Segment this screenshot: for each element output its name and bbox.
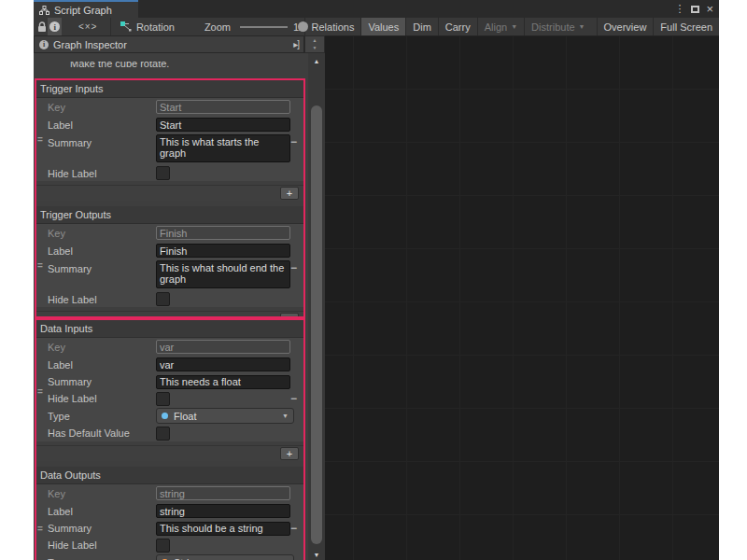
info-icon: i	[39, 40, 49, 49]
scroll-down-icon[interactable]: ▼	[308, 552, 325, 558]
lock-icon[interactable]	[35, 18, 48, 35]
add-item-button[interactable]: +	[280, 447, 299, 460]
overview-button[interactable]: Overview	[597, 18, 654, 35]
label-input[interactable]	[156, 357, 290, 371]
key-input	[156, 100, 290, 114]
scroll-up-icon[interactable]: ▲	[308, 53, 325, 68]
graph-inspector-header: i Graph Inspector ▸]	[34, 35, 304, 53]
graph-icon	[39, 6, 49, 15]
hide-label-checkbox[interactable]	[156, 539, 170, 553]
drag-handle[interactable]: =	[37, 260, 43, 271]
values-button[interactable]: Values	[360, 18, 405, 35]
chevron-down-icon: ▼	[579, 23, 585, 30]
distribute-dropdown-button[interactable]: Distribute ▼	[524, 18, 591, 35]
remove-item-button[interactable]: −	[290, 522, 297, 535]
remove-item-button[interactable]: −	[290, 261, 297, 274]
code-preview-icon[interactable]: <×>	[77, 18, 99, 35]
inspector-toggle-button[interactable]: i	[48, 18, 62, 35]
hide-label-checkbox[interactable]	[156, 392, 170, 406]
label-input[interactable]	[156, 504, 290, 518]
section-header-data-outputs: Data Outputs	[36, 467, 303, 484]
carry-button[interactable]: Carry	[438, 18, 477, 35]
toolbar-toggle-group: Relations Values Dim Carry Align ▼ Distr…	[304, 18, 719, 35]
scrollbar-thumb[interactable]	[311, 105, 322, 544]
field-row-summary: = Summary	[36, 373, 303, 390]
field-row-label: Label	[36, 356, 303, 373]
inspector-title: Graph Inspector	[53, 39, 127, 50]
chevron-down-icon: ▼	[282, 413, 289, 419]
graph-inspector-panel: i Graph Inspector ▸] ▲ ▼ Make the cube r…	[34, 35, 325, 560]
label-input[interactable]	[156, 244, 290, 258]
key-input	[156, 226, 290, 240]
section-trigger-inputs: Key Label = Summary This is what starts …	[36, 98, 303, 181]
full-screen-button[interactable]: Full Screen	[653, 18, 719, 35]
maximize-icon[interactable]	[691, 6, 699, 13]
add-row-trigger-inputs: +	[36, 185, 303, 201]
rotation-breadcrumb[interactable]: Rotation	[111, 21, 184, 33]
field-row-hide-label: Hide Label	[36, 291, 303, 307]
inspector-scrollbar[interactable]: ▲ ▼	[308, 53, 325, 560]
summary-textarea[interactable]: This is what starts the graph	[156, 134, 290, 162]
relations-button[interactable]: Relations	[304, 18, 361, 35]
zoom-label: Zoom	[204, 21, 231, 33]
field-row-hide-label: Hide Label	[36, 165, 303, 181]
highlight-box-trigger-ports: Trigger Inputs Key Label = Summary	[35, 78, 305, 318]
key-input	[156, 340, 290, 354]
tab-script-graph[interactable]: Script Graph	[34, 0, 138, 18]
close-icon[interactable]: ×	[706, 3, 713, 15]
field-row-label: Label	[36, 502, 303, 520]
zoom-slider-handle[interactable]	[298, 21, 308, 32]
section-header-trigger-inputs: Trigger Inputs	[36, 80, 303, 98]
window-menu-icon[interactable]: ⋮	[674, 4, 684, 14]
section-trigger-outputs: Key Label = Summary This is what should …	[36, 224, 303, 307]
field-row-key: Key	[36, 98, 303, 116]
pin-panel-icon[interactable]: ▸]	[293, 39, 299, 49]
screenshot-stage: Script Graph ⋮ × i <×>	[0, 0, 747, 560]
field-row-label: Label	[36, 116, 303, 133]
dim-button[interactable]: Dim	[405, 18, 438, 35]
spinner-up-icon[interactable]: ▲	[305, 36, 324, 44]
has-default-checkbox[interactable]	[156, 427, 170, 441]
section-header-data-inputs: Data Inputs	[36, 320, 303, 338]
align-dropdown-button[interactable]: Align ▼	[477, 18, 524, 35]
drag-handle[interactable]: =	[37, 524, 43, 534]
label-input[interactable]	[156, 118, 290, 132]
add-row-trigger-outputs: +	[36, 311, 303, 318]
float-type-icon	[162, 413, 168, 419]
rotation-node-icon	[120, 21, 132, 32]
field-row-summary: = Summary This is what starts the graph …	[36, 133, 303, 165]
section-header-trigger-outputs: Trigger Outputs	[36, 206, 303, 224]
section-data-outputs: Key Label = Summary −	[36, 484, 303, 560]
hide-label-checkbox[interactable]	[156, 166, 170, 180]
drag-handle[interactable]: =	[37, 134, 43, 145]
zoom-slider[interactable]	[240, 18, 288, 35]
tab-title: Script Graph	[54, 5, 112, 16]
summary-input[interactable]	[156, 522, 290, 536]
remove-item-button[interactable]: −	[290, 135, 297, 148]
hide-label-checkbox[interactable]	[156, 292, 170, 306]
type-dropdown[interactable]: String ▼	[156, 554, 294, 560]
zoom-slider-track	[240, 26, 288, 28]
field-row-key: Key	[36, 338, 303, 356]
graph-toolbar: i <×> Rotation Zoom 1x Relations	[34, 18, 719, 36]
field-row-has-default: Has Default Value	[36, 425, 303, 441]
key-input	[156, 486, 290, 500]
field-row-label: Label	[36, 242, 303, 259]
field-row-key: Key	[36, 224, 303, 242]
section-data-inputs: Key Label = Summary H	[36, 338, 303, 441]
inspector-content: Make the cube rotate. Trigger Inputs Key…	[34, 53, 308, 560]
panel-spinner[interactable]: ▲ ▼	[304, 35, 325, 53]
add-item-button[interactable]: +	[280, 187, 299, 200]
type-dropdown[interactable]: Float ▼	[156, 408, 294, 424]
summary-textarea[interactable]: This is what should end the graph	[156, 260, 290, 288]
field-row-type: Type Float ▼	[36, 407, 303, 425]
field-row-hide-label: Hide Label −	[36, 390, 303, 407]
remove-item-button[interactable]: −	[290, 392, 297, 405]
chevron-down-icon: ▼	[511, 23, 517, 30]
summary-input[interactable]	[156, 375, 290, 389]
spinner-down-icon[interactable]: ▼	[305, 44, 324, 51]
field-row-summary: = Summary This is what should end the gr…	[36, 259, 303, 291]
info-icon: i	[49, 21, 60, 32]
graph-description-clipped: Make the cube rotate.	[70, 62, 308, 71]
script-graph-window: Script Graph ⋮ × i <×>	[34, 0, 719, 560]
